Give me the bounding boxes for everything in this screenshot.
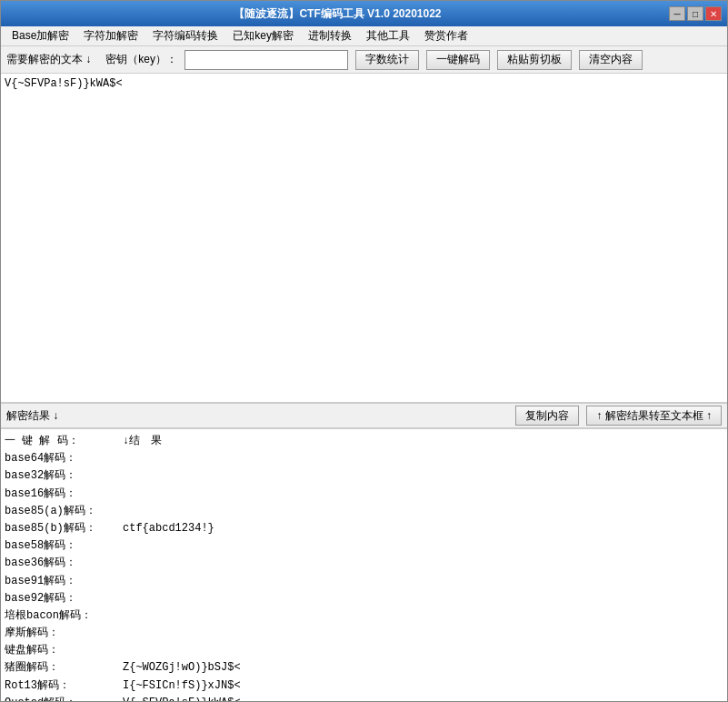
result-label: base64解码： <box>5 450 123 467</box>
result-label: Quoted解码： <box>5 695 123 701</box>
result-row: base85(a)解码： <box>5 503 723 520</box>
menu-char-encode[interactable]: 字符编码转换 <box>145 26 225 45</box>
result-label: Rot13解码： <box>5 677 123 695</box>
text-input-area <box>1 74 727 403</box>
result-label: 摩斯解码： <box>5 625 123 642</box>
result-row: Quoted解码：V{~SFVPa!sF)}kWA$< <box>5 695 723 701</box>
paste-button[interactable]: 粘贴剪切板 <box>497 50 572 70</box>
menu-radix[interactable]: 进制转换 <box>301 26 359 45</box>
result-row: base64解码： <box>5 450 723 467</box>
close-button[interactable]: ✕ <box>705 6 722 21</box>
result-label: 一 键 解 码： <box>5 433 123 450</box>
result-value: Z{~WOZGj!wO)}bSJ$< <box>123 659 241 677</box>
main-area: 解密结果 ↓ 复制内容 ↑ 解密结果转至文本框 ↑ 一 键 解 码：↓结 果ba… <box>1 74 727 701</box>
result-label: base16解码： <box>5 486 123 503</box>
result-row: 一 键 解 码：↓结 果 <box>5 433 723 450</box>
menu-other[interactable]: 其他工具 <box>359 26 417 45</box>
result-row: Rot13解码：I{~FSICn!fS)}xJN$< <box>5 677 723 695</box>
result-label: base58解码： <box>5 537 123 555</box>
menu-known-key[interactable]: 已知key解密 <box>225 26 301 45</box>
clear-button[interactable]: 清空内容 <box>579 50 643 70</box>
result-row: 培根bacon解码： <box>5 607 723 625</box>
result-row: base91解码： <box>5 573 723 590</box>
maximize-button[interactable]: □ <box>687 6 703 21</box>
result-label: 键盘解码： <box>5 642 123 659</box>
result-bar: 解密结果 ↓ 复制内容 ↑ 解密结果转至文本框 ↑ <box>1 403 727 428</box>
title-bar: 【随波逐流】CTF编码工具 V1.0 20201022 ─ □ ✕ <box>1 1 727 26</box>
result-label: 培根bacon解码： <box>5 607 123 625</box>
key-label: 密钥（key）： <box>105 52 177 67</box>
result-value: I{~FSICn!fS)}xJN$< <box>123 677 241 695</box>
toolbar: 需要解密的文本 ↓ 密钥（key）： 字数统计 一键解码 粘贴剪切板 清空内容 <box>1 46 727 74</box>
key-input[interactable] <box>184 50 348 70</box>
result-label: base36解码： <box>5 555 123 572</box>
result-row: 猪圈解码：Z{~WOZGj!wO)}bSJ$< <box>5 659 723 677</box>
text-input[interactable] <box>1 74 727 403</box>
result-row: 键盘解码： <box>5 642 723 659</box>
result-row: base16解码： <box>5 486 723 503</box>
results-area: 一 键 解 码：↓结 果base64解码：base32解码：base16解码：b… <box>1 428 727 701</box>
menu-char-encrypt[interactable]: 字符加解密 <box>76 26 145 45</box>
menu-base[interactable]: Base加解密 <box>5 26 76 45</box>
app-window: 【随波逐流】CTF编码工具 V1.0 20201022 ─ □ ✕ Base加解… <box>0 0 728 702</box>
minimize-button[interactable]: ─ <box>669 6 685 21</box>
title-controls: ─ □ ✕ <box>669 6 722 21</box>
decode-button[interactable]: 一键解码 <box>426 50 490 70</box>
result-label: 猪圈解码： <box>5 659 123 677</box>
text-label: 需要解密的文本 ↓ <box>6 52 91 67</box>
result-row: base36解码： <box>5 555 723 572</box>
result-row: base85(b)解码：ctf{abcd1234!} <box>5 520 723 537</box>
result-bar-label: 解密结果 ↓ <box>6 408 508 424</box>
result-row: base92解码： <box>5 590 723 607</box>
result-label: base32解码： <box>5 467 123 485</box>
result-row: base58解码： <box>5 537 723 555</box>
menu-bar: Base加解密 字符加解密 字符编码转换 已知key解密 进制转换 其他工具 赞… <box>1 26 727 46</box>
result-label: base92解码： <box>5 590 123 607</box>
result-value: ctf{abcd1234!} <box>123 520 214 537</box>
result-row: 摩斯解码： <box>5 625 723 642</box>
transfer-button[interactable]: ↑ 解密结果转至文本框 ↑ <box>586 406 722 426</box>
result-label: base91解码： <box>5 573 123 590</box>
menu-donate[interactable]: 赞赏作者 <box>417 26 475 45</box>
result-row: base32解码： <box>5 467 723 485</box>
result-value: ↓结 果 <box>123 433 162 450</box>
copy-button[interactable]: 复制内容 <box>515 406 579 426</box>
title-text: 【随波逐流】CTF编码工具 V1.0 20201022 <box>6 6 669 22</box>
result-label: base85(b)解码： <box>5 520 123 537</box>
count-button[interactable]: 字数统计 <box>355 50 419 70</box>
result-label: base85(a)解码： <box>5 503 123 520</box>
result-value: V{~SFVPa!sF)}kWA$< <box>123 695 241 701</box>
